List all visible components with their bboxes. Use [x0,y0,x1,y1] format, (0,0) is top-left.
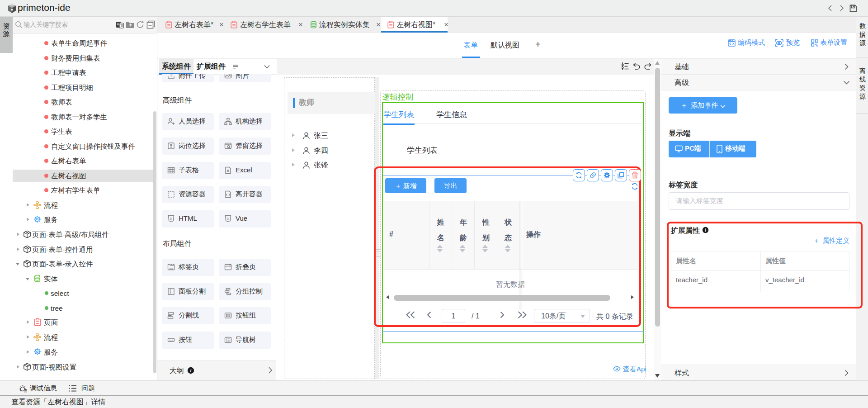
svg-text:文: 文 [120,24,124,28]
svg-text:5: 5 [227,217,229,221]
svg-text:BTN: BTN [169,339,173,342]
svg-text:Tab: Tab [169,267,173,270]
svg-text:i: i [190,368,192,373]
svg-text:5: 5 [170,217,172,221]
svg-text:BTN: BTN [226,314,231,317]
